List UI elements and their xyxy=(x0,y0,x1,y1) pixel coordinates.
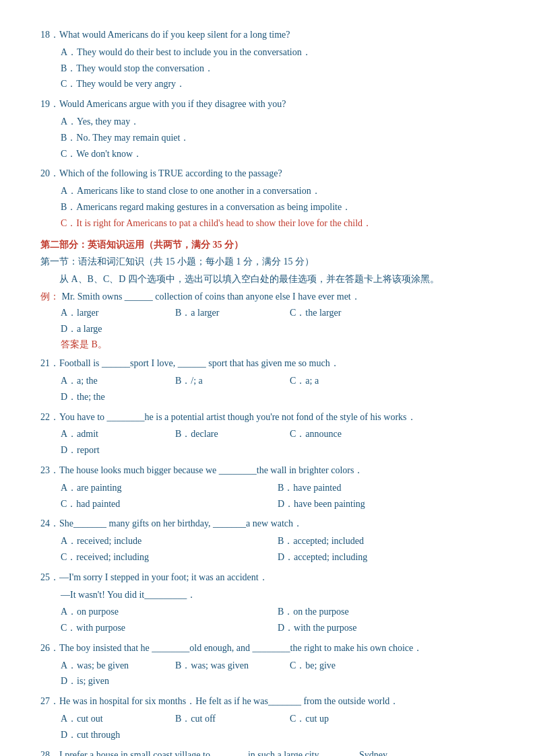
question-24: 24．She_______ many gifts on her birthday… xyxy=(40,516,495,565)
q28-title: 28．I prefer a house in small coast villa… xyxy=(40,747,495,756)
q23-optC: C．had painted xyxy=(61,496,278,512)
q22-optB: B．declare xyxy=(175,426,276,442)
example-optC: C．the larger xyxy=(290,305,391,321)
q18-title: 18．What would Americans do if you keep s… xyxy=(40,27,495,43)
question-22: 22．You have to ________he is a potential… xyxy=(40,409,495,458)
question-19: 19．Would Americans argue with you if the… xyxy=(40,96,495,162)
q21-optB: B．/; a xyxy=(175,373,276,389)
q20-optC: C．It is right for Americans to pat a chi… xyxy=(61,215,495,232)
q27-optA: A．cut out xyxy=(61,711,162,727)
q20-optB: B．Americans regard making gestures in a … xyxy=(61,199,495,215)
q20-title: 20．Which of the following is TRUE accord… xyxy=(40,166,495,182)
q23-optB: B．have painted xyxy=(278,480,495,496)
question-20: 20．Which of the following is TRUE accord… xyxy=(40,166,495,231)
q24-title: 24．She_______ many gifts on her birthday… xyxy=(40,516,495,532)
q26-options: A．was; be given B．was; was given C．be; g… xyxy=(61,658,495,690)
q19-optA: A．Yes, they may． xyxy=(61,114,495,130)
example-text: Mr. Smith owns ______ collection of coin… xyxy=(62,291,360,302)
q19-optC: C．We don't know． xyxy=(61,146,495,162)
section1-subheader: 第一节：语法和词汇知识（共 15 小题；每小题 1 分，满分 15 分） xyxy=(40,254,495,270)
q25-optA: A．on purpose xyxy=(61,604,278,620)
q27-optD: D．cut through xyxy=(61,727,162,743)
example-options: A．larger B．a larger C．the larger D．a lar… xyxy=(61,305,495,337)
q27-title: 27．He was in hospital for six months．He … xyxy=(40,693,495,710)
example-optB: B．a larger xyxy=(175,305,276,321)
q18-optC: C．They would be very angry． xyxy=(61,76,495,92)
q21-optD: D．the; the xyxy=(61,389,162,405)
example-optD: D．a large xyxy=(61,321,162,337)
question-26: 26．The boy insisted that he ________old … xyxy=(40,640,495,689)
q22-optC: C．announce xyxy=(290,426,391,442)
section2-header: 第二部分：英语知识运用（共两节，满分 35 分） xyxy=(40,237,495,253)
q27-options: A．cut out B．cut off C．cut up D．cut throu… xyxy=(61,711,495,743)
q21-title: 21．Football is ______sport I love, _____… xyxy=(40,355,495,372)
q26-optA: A．was; be given xyxy=(61,658,162,674)
question-23: 23．The house looks much bigger because w… xyxy=(40,462,495,512)
q21-optA: A．a; the xyxy=(61,373,162,389)
question-28: 28．I prefer a house in small coast villa… xyxy=(40,747,495,756)
q27-optB: B．cut off xyxy=(175,711,276,727)
q25-line1: 25．—I'm sorry I stepped in your foot; it… xyxy=(40,570,495,586)
q26-title: 26．The boy insisted that he ________old … xyxy=(40,640,495,656)
question-18: 18．What would Americans do if you keep s… xyxy=(40,27,495,92)
q26-optB: B．was; was given xyxy=(175,658,276,674)
q19-optB: B．No. They may remain quiet． xyxy=(61,130,495,146)
q24-optD: D．accepted; including xyxy=(278,549,495,565)
q18-optA: A．They would do their best to include yo… xyxy=(61,44,495,61)
q24-options: A．received; include B．accepted; included… xyxy=(61,533,495,565)
q22-options: A．admit B．declare C．announce D．report xyxy=(61,426,495,458)
q20-optA: A．Americans like to stand close to one a… xyxy=(61,183,495,199)
q25-optC: C．with purpose xyxy=(61,620,278,636)
q25-line2: —It wasn't! You did it_________． xyxy=(61,587,495,603)
question-27: 27．He was in hospital for six months．He … xyxy=(40,693,495,743)
question-21: 21．Football is ______sport I love, _____… xyxy=(40,355,495,405)
q25-optB: B．on the purpose xyxy=(278,604,495,620)
example-optA: A．larger xyxy=(61,305,162,321)
q25-optD: D．with the purpose xyxy=(278,620,495,636)
q23-options: A．are painting B．have painted C．had pain… xyxy=(61,480,495,512)
q24-optC: C．received; including xyxy=(61,549,278,565)
q23-title: 23．The house looks much bigger because w… xyxy=(40,462,495,479)
q26-optC: C．be; give xyxy=(290,658,391,674)
q21-options: A．a; the B．/; a C．a; a D．the; the xyxy=(61,373,495,405)
q24-optB: B．accepted; included xyxy=(278,533,495,549)
q19-title: 19．Would Americans argue with you if the… xyxy=(40,96,495,112)
q24-optA: A．received; include xyxy=(61,533,278,549)
q25-options: A．on purpose B．on the purpose C．with pur… xyxy=(61,604,495,636)
q26-optD: D．is; given xyxy=(61,673,162,689)
q21-optC: C．a; a xyxy=(290,373,391,389)
q22-title: 22．You have to ________he is a potential… xyxy=(40,409,495,425)
q23-optA: A．are painting xyxy=(61,480,278,496)
instruction: 从 A、B、C、D 四个选项中，选出可以填入空白处的最佳选项，并在答题卡上将该项… xyxy=(40,271,495,287)
q22-optA: A．admit xyxy=(61,426,162,442)
q27-optC: C．cut up xyxy=(290,711,391,727)
example-block: 例： Mr. Smith owns ______ collection of c… xyxy=(40,289,495,353)
example-answer: 答案是 B。 xyxy=(61,337,495,353)
question-25: 25．—I'm sorry I stepped in your foot; it… xyxy=(40,570,495,636)
q22-optD: D．report xyxy=(61,442,162,458)
q18-optB: B．They would stop the conversation． xyxy=(61,61,495,77)
q23-optD: D．have been painting xyxy=(278,496,495,512)
example-label: 例： xyxy=(40,291,59,302)
